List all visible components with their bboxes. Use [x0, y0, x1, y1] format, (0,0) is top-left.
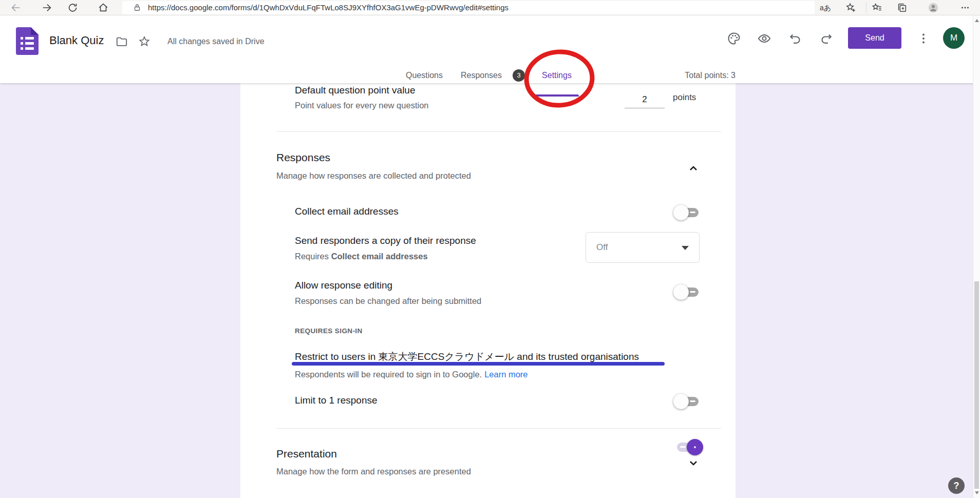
default-points-input[interactable]: 2	[625, 90, 665, 108]
learn-more-link[interactable]: Learn more	[484, 370, 527, 379]
default-points-title: Default question point value	[295, 85, 416, 96]
section-divider	[276, 131, 721, 132]
theme-palette-icon[interactable]	[727, 31, 741, 46]
lock-icon[interactable]	[133, 3, 142, 12]
scrollbar	[973, 15, 980, 498]
screen: https://docs.google.com/forms/d/1QwhDxVd…	[0, 0, 980, 498]
responses-section-title: Responses	[276, 151, 330, 164]
default-points-subtitle: Point values for every new question	[295, 101, 428, 110]
limit-response-toggle[interactable]	[674, 393, 700, 410]
collections-icon[interactable]	[895, 2, 909, 14]
send-copy-subtitle: Requires Collect email addresses	[295, 252, 428, 261]
toolbar-separator	[866, 3, 866, 13]
star-icon[interactable]	[138, 35, 151, 48]
scrollbar-down-arrow[interactable]	[975, 491, 979, 494]
limit-response-label: Limit to 1 response	[295, 395, 378, 406]
document-title[interactable]: Blank Quiz	[49, 34, 104, 47]
tab-settings[interactable]: Settings	[529, 68, 585, 83]
translate-icon[interactable]: aあ	[819, 2, 832, 14]
save-status: All changes saved in Drive	[167, 37, 265, 46]
page-background: Default question point value Point value…	[0, 83, 980, 498]
toggle-knob	[673, 394, 689, 409]
toggle-knob-glint	[694, 446, 696, 448]
toggle-knob	[687, 439, 703, 455]
logo-glyph	[21, 37, 23, 40]
logo-glyph	[25, 42, 34, 45]
url-text[interactable]: https://docs.google.com/forms/d/1QwhDxVd…	[148, 1, 508, 14]
settings-card: Default question point value Point value…	[240, 83, 736, 498]
restrict-users-toggle[interactable]	[675, 438, 701, 456]
refresh-icon[interactable]	[67, 2, 79, 13]
expand-chevron-down-icon[interactable]	[686, 456, 701, 470]
toggle-track-dash	[680, 446, 686, 448]
add-favorite-icon[interactable]	[844, 2, 857, 14]
browser-toolbar: https://docs.google.com/forms/d/1QwhDxVd…	[0, 0, 980, 15]
requires-text: Requires	[295, 252, 331, 261]
send-button[interactable]: Send	[848, 27, 901, 49]
logo-glyph	[21, 47, 23, 50]
points-unit-label: points	[673, 92, 696, 103]
requires-signin-header: REQUIRES SIGN-IN	[295, 327, 363, 335]
allow-editing-subtitle: Responses can be changed after being sub…	[295, 296, 481, 306]
responses-count-badge[interactable]: 3	[513, 69, 525, 82]
logo-glyph	[25, 47, 34, 50]
send-copy-label: Send responders a copy of their response	[295, 235, 476, 246]
undo-icon[interactable]	[788, 31, 802, 46]
back-icon[interactable]	[10, 2, 22, 13]
toggle-track-dash	[690, 400, 695, 402]
collapse-chevron-up-icon[interactable]	[686, 161, 701, 176]
tab-questions[interactable]: Questions	[395, 68, 453, 83]
toggle-knob	[673, 284, 689, 300]
forms-logo-fold	[31, 27, 39, 35]
tab-responses[interactable]: Responses	[451, 68, 512, 83]
home-icon[interactable]	[98, 2, 109, 13]
active-tab-indicator	[535, 94, 579, 97]
forward-icon[interactable]	[41, 2, 52, 13]
toggle-track-dash	[690, 212, 695, 213]
preview-eye-icon[interactable]	[757, 31, 771, 46]
redo-icon[interactable]	[819, 31, 834, 46]
responses-section-subtitle: Manage how responses are collected and p…	[276, 171, 471, 181]
address-bar[interactable]: https://docs.google.com/forms/d/1QwhDxVd…	[122, 1, 815, 14]
presentation-section-subtitle: Manage how the form and responses are pr…	[276, 467, 471, 476]
restrict-users-subtitle: Respondents will be required to sign in …	[295, 370, 528, 379]
allow-editing-toggle[interactable]	[674, 283, 700, 301]
send-copy-dropdown[interactable]: Off	[586, 232, 700, 263]
dropdown-caret-icon	[682, 246, 689, 250]
browser-profile-icon[interactable]	[928, 2, 939, 13]
collect-email-label: Collect email addresses	[295, 206, 399, 217]
help-button[interactable]: ?	[948, 477, 965, 494]
favorites-hub-icon[interactable]	[870, 2, 883, 14]
forms-logo-icon[interactable]	[16, 27, 39, 55]
browser-menu-icon[interactable]	[958, 2, 972, 14]
total-points: Total points: 3	[652, 69, 736, 82]
allow-editing-label: Allow response editing	[295, 280, 392, 291]
move-folder-icon[interactable]	[115, 35, 128, 48]
toggle-knob	[673, 205, 689, 220]
more-options-icon[interactable]	[916, 31, 931, 46]
restrict-subtitle-text: Respondents will be required to sign in …	[295, 370, 482, 379]
scrollbar-thumb[interactable]	[974, 281, 979, 489]
scrollbar-up-arrow[interactable]	[975, 19, 979, 22]
dropdown-value: Off	[596, 233, 608, 262]
toggle-track-dash	[690, 291, 695, 293]
logo-glyph	[21, 42, 23, 45]
logo-glyph	[25, 37, 34, 40]
forms-header: Blank Quiz All changes saved in Drive Se…	[0, 15, 980, 83]
collect-email-toggle[interactable]	[674, 204, 700, 221]
requires-bold-text: Collect email addresses	[331, 252, 428, 261]
presentation-section-title: Presentation	[276, 448, 337, 460]
section-divider	[276, 428, 721, 429]
account-avatar[interactable]: M	[943, 27, 965, 49]
restrict-users-label: Restrict to users in 東京大学ECCSクラウドメール and…	[295, 350, 639, 363]
